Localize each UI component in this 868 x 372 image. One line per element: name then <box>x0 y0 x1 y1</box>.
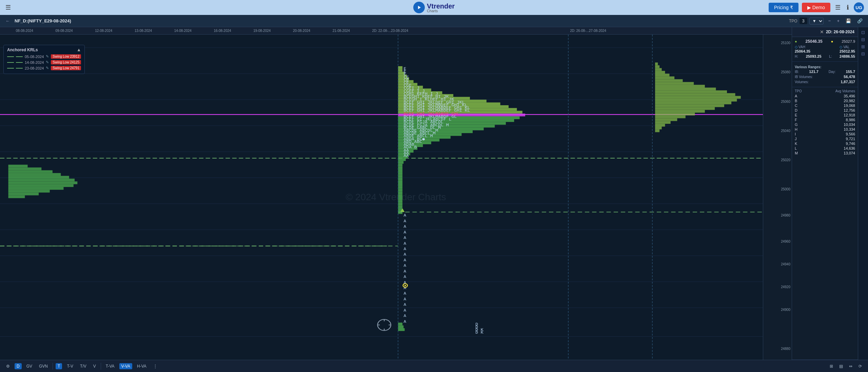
svg-rect-89 <box>655 74 669 76</box>
svg-text:A: A <box>403 219 407 223</box>
price-axis: 25100 25080 25060 25040 25020 25000 2498… <box>763 35 792 360</box>
svg-rect-23 <box>8 181 77 184</box>
anchored-krls-collapse[interactable]: ▲ <box>77 47 81 52</box>
tpo-table-row: B 20,982 <box>795 98 855 103</box>
zoom-minus-button[interactable]: − <box>826 18 833 24</box>
svg-text:A: A <box>403 230 407 235</box>
gv-button[interactable]: GV <box>24 363 34 369</box>
tpo-row-letter: C <box>795 104 802 108</box>
hamburger-button[interactable]: ☰ <box>4 2 12 13</box>
svg-rect-75 <box>398 194 402 197</box>
svg-rect-99 <box>655 101 731 104</box>
t-iv-button[interactable]: T/V <box>78 363 88 369</box>
tpo-row-letter: I <box>795 132 802 136</box>
krl-edit-2[interactable]: ✎ <box>46 60 49 64</box>
krl-dash-1b <box>16 56 23 57</box>
date-tick-3: 12-08-2024 <box>95 29 112 33</box>
rpi-live-button[interactable]: ⊡ <box>861 30 865 35</box>
demo-button[interactable]: ▶ Demo <box>802 3 830 12</box>
svg-rect-27 <box>8 192 39 195</box>
svg-rect-102 <box>655 110 705 113</box>
right-section: ✕ 2D: 26-08-2024 ● 25046.35 ● 25027.9 ◇ … <box>792 27 868 360</box>
krl-edit-1[interactable]: ✎ <box>46 54 49 59</box>
svg-rect-98 <box>655 99 737 101</box>
svg-text:AA: AA <box>403 153 409 158</box>
info-icon-button[interactable]: ℹ <box>845 2 850 13</box>
v-va-button[interactable]: V-VA <box>119 363 132 369</box>
svg-rect-18 <box>8 167 41 170</box>
date-tick-6: 16-08-2024 <box>214 29 231 33</box>
tpo-row-vol: 35,496 <box>802 94 855 98</box>
settings-gear-button[interactable]: ⚙ <box>4 363 12 369</box>
svg-text:A: A <box>403 224 407 229</box>
price-24980: 24980 <box>781 213 790 217</box>
tpo-table-row: A 35,496 <box>795 94 855 98</box>
anchored-krls-panel: Anchored KRLs ▲ 05-08-2024 ✎ Swing Low 2… <box>3 45 85 74</box>
rpi-table-button[interactable]: ⊟ <box>861 37 865 42</box>
price-25100: 25100 <box>781 41 790 45</box>
tpo-section: TPO 3 ▼ <box>789 18 824 24</box>
tpo-row-vol: 14,636 <box>802 146 855 150</box>
t-v-button[interactable]: T-V <box>65 363 75 369</box>
price-secondary: 25027.9 <box>842 39 855 43</box>
svg-rect-92 <box>655 82 694 85</box>
bottom-toolbar: ⚙ D GV GVN T T-V T/V V T-VA V-VA H-VA ⋮ … <box>0 360 868 372</box>
svg-rect-97 <box>655 96 741 99</box>
svg-rect-90 <box>655 76 674 79</box>
svg-text:A: A <box>403 297 407 301</box>
v-button[interactable]: V <box>91 363 98 369</box>
live-row: ● 25046.35 ● 25027.9 <box>795 39 855 44</box>
h-va-button[interactable]: H-VA <box>135 363 149 369</box>
rpi-chart-button[interactable]: ⊟ <box>861 51 865 56</box>
bottom-right-icons: ⊞ ▤ ⇔ ⟳ <box>828 363 864 369</box>
refresh-button[interactable]: ⟳ <box>856 363 864 369</box>
rpi-grid-button[interactable]: ⊞ <box>861 44 865 49</box>
svg-text:A: A <box>403 286 407 290</box>
date-tick-9: 21-08-2024 <box>333 29 350 33</box>
low-label: L: <box>829 55 832 58</box>
t-button[interactable]: T <box>56 363 62 369</box>
link-button[interactable]: 🔗 <box>855 18 865 24</box>
gvn-button[interactable]: GVN <box>37 363 50 369</box>
panel-close-button[interactable]: ✕ <box>820 29 824 35</box>
main-layout: 08-08-2024 09-08-2024 12-08-2024 13-08-2… <box>0 27 868 360</box>
save-button[interactable]: 💾 <box>844 18 853 24</box>
vah-val-row: ◇ VAH 25064.35 ◇ VAL 25012.95 <box>795 45 855 53</box>
live-dot: ● <box>795 39 797 43</box>
svg-rect-28 <box>8 196 25 198</box>
price-24920: 24920 <box>781 285 790 289</box>
zoom-plus-button[interactable]: + <box>835 18 842 24</box>
list-view-button[interactable]: ▤ <box>837 363 845 369</box>
menu-icon-button[interactable]: ☰ <box>834 2 842 13</box>
date-tick-10: 2D: 22-08-...23-08-2024 <box>372 29 408 33</box>
tpo-row-vol: 9,746 <box>802 142 855 146</box>
svg-rect-85 <box>655 62 658 65</box>
ib-day-row: IB: 121.7 Day: 155.7 <box>795 70 855 74</box>
date-tick-7: 19-08-2024 <box>253 29 271 33</box>
svg-text:A: A <box>403 302 407 307</box>
svg-text:A: A <box>403 291 407 296</box>
more-button[interactable]: ⋮ <box>151 363 159 369</box>
svg-rect-26 <box>8 190 50 192</box>
tpo-dropdown[interactable]: ▼ <box>809 18 824 24</box>
svg-rect-87 <box>655 68 662 71</box>
tpo-row-letter: H <box>795 127 802 131</box>
tpo-table-row: H 10,334 <box>795 127 855 132</box>
volumes-row: Volumes: 1,87,317 <box>795 80 855 84</box>
tpo-table-row: L 14,636 <box>795 146 855 151</box>
tpo-row-vol: 8,986 <box>802 118 855 122</box>
pricing-button[interactable]: Pricing ₹ <box>769 3 798 12</box>
ib-vol-label: IB Volumes: <box>795 75 813 79</box>
tpo-table-row: D 12,756 <box>795 108 855 113</box>
svg-text:A: A <box>403 258 407 262</box>
krl-dash-1 <box>7 56 14 57</box>
grid-view-button[interactable]: ⊞ <box>828 363 835 369</box>
d-button[interactable]: D <box>15 363 22 369</box>
expand-button[interactable]: ⇔ <box>847 363 854 369</box>
svg-rect-108 <box>655 127 662 129</box>
t-va-button[interactable]: T-VA <box>104 363 117 369</box>
user-avatar-button[interactable]: UG <box>854 2 864 13</box>
back-button[interactable]: ← <box>3 18 12 24</box>
svg-rect-67 <box>398 172 402 175</box>
krl-edit-3[interactable]: ✎ <box>46 66 49 70</box>
